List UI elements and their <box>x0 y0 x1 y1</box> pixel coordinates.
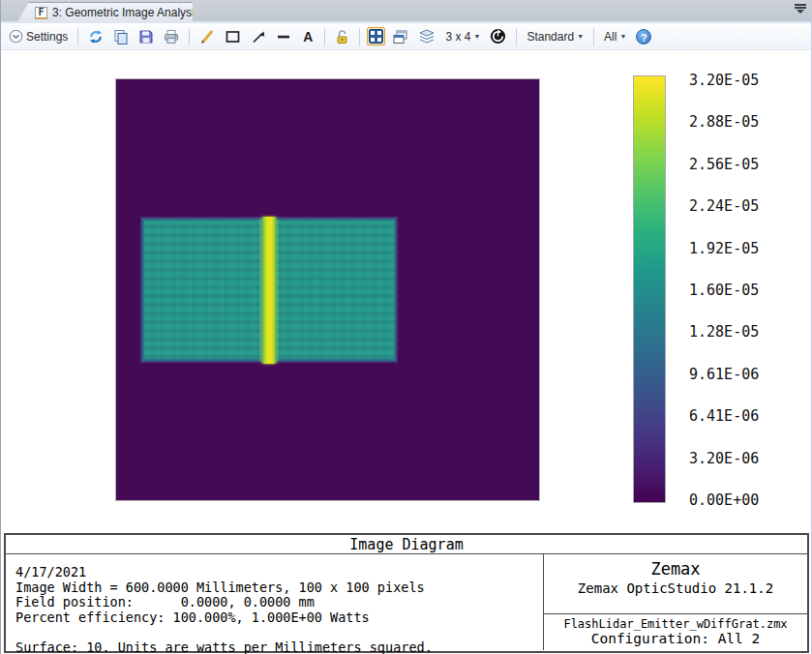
lock-button[interactable] <box>332 27 352 46</box>
footer-title: Image Diagram <box>6 535 807 554</box>
grid-size-dropdown[interactable]: 3 x 4 ▼ <box>442 28 483 45</box>
duplicate-window-button[interactable] <box>389 27 411 46</box>
grid-size-label: 3 x 4 <box>445 30 470 44</box>
info-line: Field position: 0.0000, 0.0000 mm <box>15 595 543 610</box>
tab-geometric-image-analysis[interactable]: F 3: Geometric Image Analysis × <box>16 2 193 23</box>
beam-hotspot-stripe <box>261 217 277 364</box>
lens-file-name: FlashLidar_Emitter_wDiffGrat.zmx <box>544 617 807 631</box>
fit-window-icon <box>369 29 383 44</box>
chevron-down-circle-icon <box>9 29 23 44</box>
fit-window-button-active[interactable] <box>367 27 385 45</box>
refresh-icon <box>88 29 104 45</box>
colorbar-label: 2.88E-05 <box>689 114 781 130</box>
settings-button[interactable]: Settings <box>6 27 71 45</box>
colorbar <box>633 75 666 503</box>
colorbar-label: 9.61E-06 <box>689 367 781 382</box>
layers-icon <box>418 29 436 45</box>
colorbar-label: 3.20E-05 <box>689 73 781 88</box>
colorbar-label: 2.24E-05 <box>689 198 781 214</box>
save-button[interactable] <box>135 27 157 46</box>
tab-bar: F 3: Geometric Image Analysis × <box>1 0 812 23</box>
chevron-down-icon: ▼ <box>474 33 481 40</box>
toolbar-separator <box>359 28 360 45</box>
brand-name: Zemax <box>544 559 807 580</box>
tab-close-icon[interactable]: × <box>207 6 215 20</box>
rectangle-icon <box>225 29 241 45</box>
print-button[interactable] <box>161 27 182 46</box>
analysis-toolbar: Settings <box>1 23 812 50</box>
draw-hline-tool-button[interactable] <box>273 27 294 46</box>
draw-text-tool-button[interactable]: A <box>298 28 317 45</box>
auto-update-button[interactable] <box>487 26 509 46</box>
print-icon <box>164 29 179 45</box>
auto-hide-icon[interactable] <box>795 4 806 15</box>
arrow-icon <box>251 29 266 45</box>
chevron-down-icon: ▼ <box>619 33 626 40</box>
chevron-down-icon: ▼ <box>577 33 584 40</box>
standard-dropdown[interactable]: Standard ▼ <box>524 28 586 45</box>
settings-label: Settings <box>26 30 68 44</box>
standard-label: Standard <box>526 30 574 44</box>
draw-line-tool-button[interactable] <box>196 27 218 46</box>
info-line: Surface: 10. Units are watts per Millime… <box>15 640 543 654</box>
brand-product: Zemax OpticStudio 21.1.2 <box>544 580 807 597</box>
lock-icon <box>335 29 349 45</box>
copy-button[interactable] <box>110 27 132 46</box>
colorbar-label: 6.41E-06 <box>689 408 781 424</box>
draw-arrow-tool-button[interactable] <box>248 27 269 46</box>
pencil-icon <box>199 29 215 45</box>
footer-lines: 4/17/2021Image Width = 600.0000 Millimet… <box>6 554 543 650</box>
copy-icon <box>113 29 129 45</box>
save-icon <box>138 29 154 45</box>
geometric-image-plot <box>115 78 540 501</box>
colorbar-label: 1.28E-05 <box>689 324 781 340</box>
auto-update-icon <box>490 28 506 45</box>
colorbar-label: 1.60E-05 <box>689 282 781 298</box>
file-cell: FlashLidar_Emitter_wDiffGrat.zmx Configu… <box>544 614 807 650</box>
horizontal-line-icon <box>276 29 291 45</box>
colorbar-label: 0.00E+00 <box>689 492 781 508</box>
all-dropdown[interactable]: All ▼ <box>601 28 629 45</box>
analysis-canvas: 3.20E-052.88E-052.56E-052.24E-051.92E-05… <box>1 50 812 533</box>
colorbar-label: 2.56E-05 <box>689 157 781 172</box>
help-button[interactable]: ? <box>633 27 654 46</box>
configuration-label: Configuration: All 2 <box>544 631 807 647</box>
toolbar-separator <box>77 28 78 45</box>
layers-button[interactable] <box>415 27 438 46</box>
analysis-window-icon: F <box>35 7 47 19</box>
info-line <box>15 625 543 640</box>
colorbar-label: 1.92E-05 <box>689 241 781 256</box>
colorbar-label: 3.20E-06 <box>689 451 781 466</box>
toolbar-separator <box>516 28 517 45</box>
footer-panel: Image Diagram 4/17/2021Image Width = 600… <box>4 533 809 653</box>
draw-rectangle-tool-button[interactable] <box>222 27 244 46</box>
duplicate-window-icon <box>392 29 408 45</box>
toolbar-separator <box>593 28 594 45</box>
toolbar-separator <box>324 28 325 45</box>
toolbar-separator <box>189 28 190 45</box>
info-line: Percent efficiency: 100.000%, 1.000E+00 … <box>15 610 543 626</box>
info-line: 4/17/2021 <box>15 565 543 580</box>
all-label: All <box>604 30 617 44</box>
info-line: Image Width = 600.0000 Millimeters, 100 … <box>15 580 543 596</box>
help-icon: ? <box>636 29 651 45</box>
brand-cell: Zemax Zemax OpticStudio 21.1.2 <box>544 554 807 614</box>
refresh-button[interactable] <box>85 27 106 46</box>
tab-title: 3: Geometric Image Analysis <box>52 6 200 19</box>
text-tool-icon: A <box>301 30 315 44</box>
